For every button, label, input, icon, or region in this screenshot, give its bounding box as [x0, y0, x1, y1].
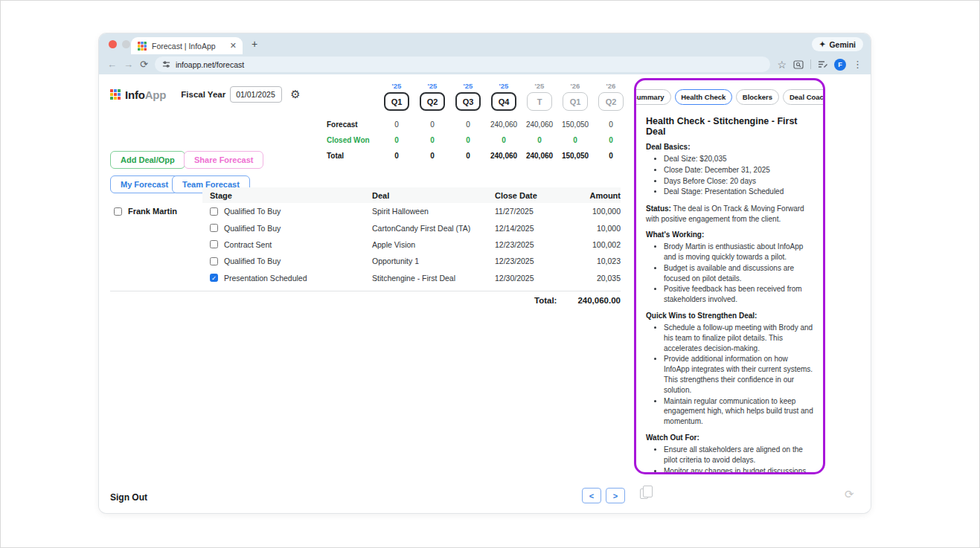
panel-title: Health Check - Stitchengine - First Deal [646, 116, 814, 137]
tab-search-icon[interactable] [793, 60, 804, 69]
panel-bullet-list: Brody Martin is enthusiastic about InfoA… [646, 242, 814, 305]
sign-out-link[interactable]: Sign Out [110, 492, 147, 503]
next-page-button[interactable]: > [606, 488, 625, 503]
quarter-year-label: '26 [606, 82, 616, 90]
summary-value: 240,060 [486, 148, 522, 164]
prev-page-button[interactable]: < [582, 488, 601, 503]
my-forecast-button[interactable]: My Forecast [110, 175, 179, 193]
quarter-summary-grid: '25Q1'25Q2'25Q3'25Q4'25T'26Q1'26Q2Foreca… [327, 82, 629, 164]
tab-blockers[interactable]: Blockers [736, 89, 779, 105]
summary-value: 0 [450, 148, 486, 164]
gemini-button[interactable]: ✦ Gemini [812, 37, 863, 51]
summary-value: 0 [414, 117, 450, 132]
refresh-icon[interactable]: ⟳ [845, 488, 854, 501]
panel-bullet: Deal Stage: Presentation Scheduled [664, 187, 814, 197]
close-date-cell: 12/23/2025 [487, 240, 563, 249]
quarter-button-t[interactable]: T [527, 92, 552, 111]
deal-stage-cell: Qualified To Buy [202, 224, 365, 233]
panel-bullet: Positive feedback has been received from… [664, 284, 814, 305]
owner-row: Frank Martin [114, 207, 177, 216]
gemini-label: Gemini [829, 40, 856, 49]
owner-name: Frank Martin [128, 207, 177, 216]
summary-value: 0 [450, 117, 486, 132]
back-icon[interactable]: ← [107, 59, 117, 69]
panel-section-heading: Watch Out For: [646, 433, 814, 442]
side-panel-icon[interactable] [818, 60, 827, 69]
quarter-button-q2[interactable]: Q2 [420, 92, 445, 111]
tab-summary[interactable]: Summary [634, 89, 671, 105]
infoapp-logo-icon [110, 89, 121, 100]
browser-menu-icon[interactable]: ⋮ [853, 59, 862, 69]
total-row: Total: 240,060.00 [110, 296, 621, 305]
browser-tab[interactable]: Forecast | InfoApp ✕ [131, 37, 243, 54]
settings-gear-icon[interactable]: ⚙ [290, 88, 300, 101]
copy-icon[interactable] [640, 489, 648, 499]
stage-checkbox[interactable] [210, 207, 218, 216]
sparkle-icon: ✦ [819, 40, 825, 48]
address-bar[interactable]: infoapp.net/forecast [155, 57, 771, 72]
panel-bullet: Days Before Close: 20 days [664, 176, 814, 187]
minimize-window-button[interactable] [122, 40, 130, 48]
quarter-year-label: '25 [535, 82, 545, 90]
summary-value: 0 [379, 117, 414, 132]
toolbar-divider [810, 59, 811, 69]
deals-table-body: Qualified To BuySpirit Halloween11/27/20… [202, 203, 621, 286]
summary-value: 0 [557, 132, 593, 148]
summary-value: 150,050 [557, 148, 593, 164]
deals-table-header: Stage Deal Close Date Amount [202, 187, 621, 203]
stage-checkbox[interactable]: ✓ [210, 274, 218, 282]
pager: < > [582, 488, 625, 503]
toolbar-actions: ☆ F ⋮ [777, 59, 862, 71]
browser-tabstrip: Forecast | InfoApp ✕ + ✦ Gemini [99, 33, 871, 54]
reload-icon[interactable]: ⟳ [140, 59, 148, 69]
browser-toolbar: ← → ⟳ infoapp.net/forecast ☆ [99, 54, 871, 74]
deal-name-cell: Opportunity 1 [365, 257, 487, 265]
deal-row[interactable]: ✓Presentation ScheduledStitchengine - Fi… [202, 270, 621, 286]
profile-avatar[interactable]: F [834, 59, 846, 71]
stage-label: Qualified To Buy [224, 224, 281, 233]
stage-label: Qualified To Buy [224, 207, 281, 216]
fiscal-year-input[interactable] [230, 86, 282, 103]
owner-checkbox[interactable] [114, 207, 122, 216]
new-tab-button[interactable]: + [252, 38, 257, 50]
summary-value: 150,050 [557, 117, 593, 132]
quarter-header-spacer [327, 82, 379, 117]
close-window-button[interactable] [109, 40, 117, 48]
amount-cell: 100,002 [563, 240, 621, 249]
summary-value: 0 [414, 148, 450, 164]
add-deal-button[interactable]: Add Deal/Opp [110, 151, 185, 169]
close-date-cell: 12/23/2025 [487, 257, 563, 265]
stage-checkbox[interactable] [210, 240, 218, 248]
deal-row[interactable]: Qualified To BuyCartonCandy First Deal (… [202, 219, 621, 236]
quarter-button-q3[interactable]: Q3 [455, 92, 481, 111]
deal-row[interactable]: Qualified To BuySpirit Halloween11/27/20… [202, 203, 621, 219]
stage-label: Qualified To Buy [224, 257, 281, 265]
panel-bullet: Provide additional information on how In… [664, 354, 814, 395]
insights-tabs: SummaryHealth CheckBlockersDeal Coach [646, 89, 814, 105]
deal-row[interactable]: Contract SentApple Vision12/23/2025100,0… [202, 236, 621, 253]
stage-checkbox[interactable] [210, 224, 218, 232]
quarter-button-q4[interactable]: Q4 [491, 92, 516, 111]
infoapp-favicon-icon [138, 42, 147, 51]
quarter-button-q2[interactable]: Q2 [598, 92, 624, 111]
summary-value: 0 [593, 132, 629, 148]
tab-close-icon[interactable]: ✕ [230, 41, 237, 51]
column-header-close-date: Close Date [487, 191, 563, 200]
quarter-column-header: '25Q3 [450, 82, 486, 117]
share-forecast-button[interactable]: Share Forecast [184, 151, 263, 169]
stage-checkbox[interactable] [210, 257, 218, 265]
panel-bullet: Close Date: December 31, 2025 [664, 165, 814, 175]
quarter-button-q1[interactable]: Q1 [563, 92, 588, 111]
quarter-button-q1[interactable]: Q1 [384, 92, 409, 111]
tab-health-check[interactable]: Health Check [675, 89, 732, 105]
quarter-year-label: '25 [392, 82, 402, 90]
tab-deal-coach[interactable]: Deal Coach [783, 89, 825, 105]
forward-icon[interactable]: → [124, 59, 133, 69]
close-date-cell: 11/27/2025 [487, 207, 563, 216]
app-content: InfoApp Fiscal Year ⚙ Add Deal/Opp Share… [99, 74, 871, 513]
deal-row[interactable]: Qualified To BuyOpportunity 112/23/20251… [202, 253, 621, 269]
insights-panel: SummaryHealth CheckBlockersDeal Coach He… [634, 78, 825, 474]
bookmark-star-icon[interactable]: ☆ [777, 59, 787, 70]
quarter-year-label: '26 [571, 82, 580, 90]
deal-name-cell: Stitchengine - First Deal [365, 274, 487, 283]
